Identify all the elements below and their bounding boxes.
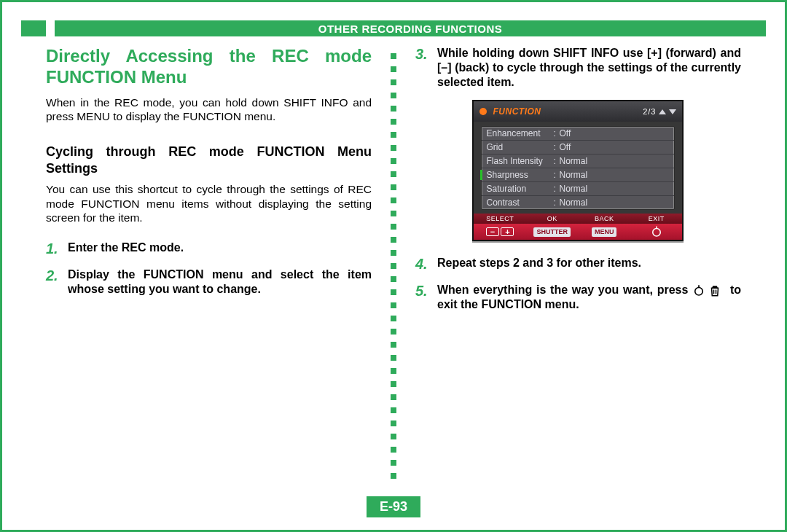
step-number: 4.: [415, 256, 437, 273]
content-area: Directly Accessing the REC mode FUNC­TIO…: [46, 46, 741, 493]
lcd-screen: FUNCTION 2/3 Enhancement:Off Grid:Off Fl…: [472, 100, 684, 241]
step-text: Repeat steps 2 and 3 for other items.: [437, 256, 741, 273]
plus-icon: +: [501, 227, 514, 236]
power-timer-icon: [692, 284, 705, 297]
lcd-page-indicator: 2/3: [643, 107, 676, 116]
foot-label: BACK: [578, 215, 630, 222]
svg-point-0: [652, 229, 660, 237]
header-title: OTHER RECORDING FUNCTIONS: [55, 20, 766, 36]
step-text-pre: When everything is the way you want, pre…: [437, 283, 688, 296]
lcd-row-selected: Sharpness:Normal: [482, 168, 674, 182]
step-text: When everything is the way you want, pre…: [437, 283, 741, 312]
lcd-row: Contrast:Normal: [482, 196, 674, 209]
lcd-footer-labels: SELECT OK BACK EXIT: [474, 214, 682, 224]
lcd-row: Grid:Off: [482, 141, 674, 154]
lcd-row: Enhancement:Off: [482, 127, 674, 141]
right-column: 3. While holding down SHIFT INFO use [+]…: [399, 46, 741, 493]
foot-label: EXIT: [630, 215, 683, 222]
step-item: 3. While holding down SHIFT INFO use [+]…: [415, 46, 741, 90]
lcd-menu-list: Enhancement:Off Grid:Off Flash Intensity…: [481, 126, 675, 210]
foot-label: OK: [526, 215, 579, 222]
step-text: Enter the REC mode.: [68, 240, 372, 257]
lcd-title: FUNCTION: [493, 106, 541, 117]
lcd-row: Saturation:Normal: [482, 182, 674, 196]
header-tab: [21, 20, 46, 36]
step-item: 1. Enter the REC mode.: [46, 240, 372, 257]
menu-button-icon: MENU: [592, 227, 617, 237]
svg-point-2: [695, 287, 703, 295]
step-item: 2. Display the FUNCTION menu and select …: [46, 267, 372, 297]
step-number: 5.: [415, 283, 437, 312]
page-frame: OTHER RECORDING FUNCTIONS Directly Acces…: [0, 0, 787, 532]
lcd-figure: FUNCTION 2/3 Enhancement:Off Grid:Off Fl…: [415, 100, 741, 241]
step-item: 5. When everything is the way you want, …: [415, 283, 741, 312]
lcd-titlebar: FUNCTION 2/3: [474, 101, 682, 122]
lcd-footer-buttons: − + SHUTTER MENU: [474, 224, 682, 240]
step-text: Display the FUNCTION menu and select the…: [68, 267, 372, 297]
power-timer-icon: [650, 225, 663, 238]
record-indicator-icon: [479, 108, 487, 115]
step-text: While holding down SHIFT INFO use [+] (f…: [437, 46, 741, 90]
page-number: E-93: [367, 496, 420, 517]
left-column: Directly Accessing the REC mode FUNC­TIO…: [46, 46, 388, 493]
column-divider: [388, 46, 399, 493]
triangle-down-icon: [669, 109, 676, 114]
step-item: 4. Repeat steps 2 and 3 for other items.: [415, 256, 741, 273]
subsection-heading: Cycling through REC mode FUNCTION Menu S…: [46, 144, 372, 176]
foot-label: SELECT: [474, 215, 526, 222]
lcd-footer: SELECT OK BACK EXIT − + SHUTTER MENU: [474, 214, 682, 240]
section-heading: Directly Accessing the REC mode FUNC­TIO…: [46, 46, 372, 88]
step-number: 3.: [415, 46, 437, 90]
minus-icon: −: [486, 227, 499, 236]
intro-paragraph: When in the REC mode, you can hold down …: [46, 95, 372, 124]
header-bar: OTHER RECORDING FUNCTIONS: [21, 20, 766, 36]
triangle-up-icon: [659, 109, 666, 114]
shutter-button-icon: SHUTTER: [533, 227, 571, 237]
step-number: 1.: [46, 240, 68, 257]
body-paragraph: You can use this shortcut to cycle throu…: [46, 182, 372, 224]
trash-icon: [708, 284, 721, 297]
lcd-page-text: 2/3: [643, 107, 656, 116]
lcd-row: Flash Intensity:Normal: [482, 154, 674, 168]
step-number: 2.: [46, 267, 68, 297]
